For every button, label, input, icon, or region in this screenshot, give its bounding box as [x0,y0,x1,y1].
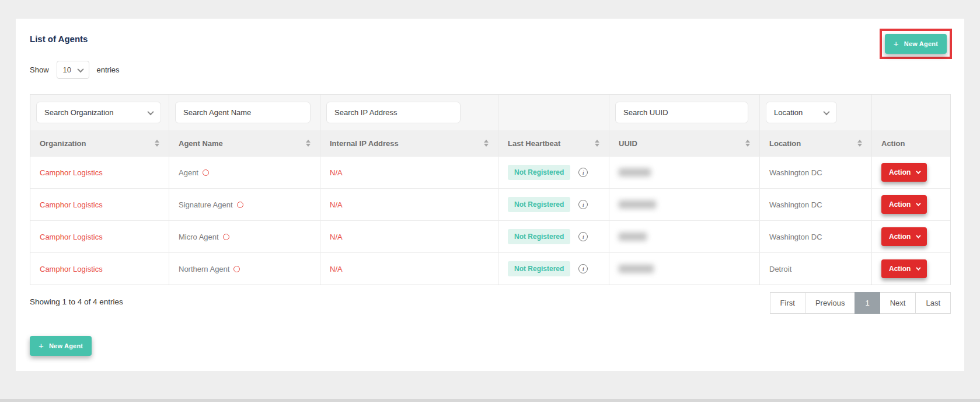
agents-table: Search Organization Location [30,94,951,285]
search-organization-value: Search Organization [44,108,114,117]
highlight-annotation: + New Agent [880,29,952,59]
column-header-location[interactable]: Location [760,130,872,156]
uuid-redacted-value [619,168,651,176]
internal-ip-value: N/A [330,265,343,273]
location-value: Washington DC [769,168,822,177]
internal-ip-value: N/A [330,233,343,241]
search-agent-name-input[interactable] [175,102,311,123]
entries-control: Show 10 entries [30,61,120,79]
info-icon[interactable] [578,232,588,241]
organization-link[interactable]: Camphor Logistics [40,265,103,273]
column-header-last-heartbeat[interactable]: Last Heartbeat [498,130,609,156]
status-circle-icon [223,234,229,240]
table-header-row: Organization Agent Name Internal IP Addr… [30,130,950,156]
action-button[interactable]: Action [881,227,927,246]
chevron-down-icon [916,169,921,174]
table-row: Camphor Logistics Signature Agent N/A No… [30,188,950,220]
status-badge: Not Registered [508,229,570,244]
location-value: Washington DC [769,233,822,241]
chevron-down-icon [916,265,921,270]
table-row: Camphor Logistics Agent N/A Not Register… [30,156,950,188]
organization-link[interactable]: Camphor Logistics [40,168,103,177]
status-badge: Not Registered [508,165,570,180]
uuid-redacted-value [619,200,656,209]
organization-link[interactable]: Camphor Logistics [40,233,103,241]
action-button[interactable]: Action [881,259,927,278]
info-icon[interactable] [578,200,588,209]
chevron-down-icon [77,65,83,72]
location-value: Detroit [769,265,791,273]
pagination-next[interactable]: Next [880,292,916,314]
location-filter-value: Location [774,108,803,117]
status-circle-icon [203,169,209,176]
chevron-down-icon [916,233,921,238]
status-badge: Not Registered [508,197,570,212]
pagination: First Previous 1 Next Last [770,292,951,314]
column-header-agent-name[interactable]: Agent Name [169,130,320,156]
page-bottom-divider [0,399,980,402]
info-icon[interactable] [578,168,588,177]
column-header-internal-ip[interactable]: Internal IP Address [320,130,498,156]
table-row: Camphor Logistics Northern Agent N/A Not… [30,252,950,285]
agent-name: Agent [179,168,198,177]
filter-row: Search Organization Location [30,95,950,130]
agent-name: Northern Agent [179,265,229,273]
location-value: Washington DC [769,200,822,209]
sort-icon[interactable] [857,140,862,147]
action-button[interactable]: Action [881,195,927,214]
pagination-first[interactable]: First [770,292,805,314]
chevron-down-icon [823,108,829,115]
column-header-organization[interactable]: Organization [30,130,169,156]
status-circle-icon [233,266,240,272]
search-ip-address-input[interactable] [326,102,461,123]
agent-name: Micro Agent [179,233,219,241]
pagination-page-1[interactable]: 1 [855,292,880,314]
entries-per-page-select[interactable]: 10 [57,61,89,79]
page-title: List of Agents [30,34,88,44]
location-filter-select[interactable]: Location [766,102,837,123]
action-button[interactable]: Action [881,163,927,182]
pagination-last[interactable]: Last [915,292,951,314]
showing-entries-text: Showing 1 to 4 of 4 entries [30,297,123,306]
show-label: Show [30,65,49,74]
sort-icon[interactable] [484,140,489,147]
chevron-down-icon [147,108,154,115]
new-agent-button-bottom[interactable]: + New Agent [30,336,92,356]
plus-icon: + [39,343,44,349]
column-header-uuid[interactable]: UUID [609,130,760,156]
entries-selected-value: 10 [63,65,71,74]
sort-icon[interactable] [155,140,159,147]
internal-ip-value: N/A [330,200,343,209]
info-icon[interactable] [578,264,588,273]
table-row: Camphor Logistics Micro Agent N/A Not Re… [30,220,950,252]
internal-ip-value: N/A [330,168,343,177]
status-circle-icon [237,202,243,208]
agents-panel: List of Agents + New Agent Show 10 entri… [16,19,964,371]
column-header-action: Action [872,130,950,156]
sort-icon[interactable] [595,140,599,147]
status-badge: Not Registered [508,261,570,276]
new-agent-button-label: New Agent [904,40,938,47]
agent-name: Signature Agent [179,200,233,209]
new-agent-button-top[interactable]: + New Agent [885,34,947,54]
pagination-previous[interactable]: Previous [805,292,856,314]
search-organization-select[interactable]: Search Organization [36,102,161,123]
entries-label: entries [97,65,120,74]
uuid-redacted-value [619,265,654,273]
search-uuid-input[interactable] [615,102,748,123]
uuid-redacted-value [619,233,647,241]
new-agent-button-label: New Agent [49,342,83,349]
sort-icon[interactable] [306,140,311,147]
chevron-down-icon [916,201,921,206]
plus-icon: + [894,41,899,47]
organization-link[interactable]: Camphor Logistics [40,200,103,209]
sort-icon[interactable] [745,140,750,147]
